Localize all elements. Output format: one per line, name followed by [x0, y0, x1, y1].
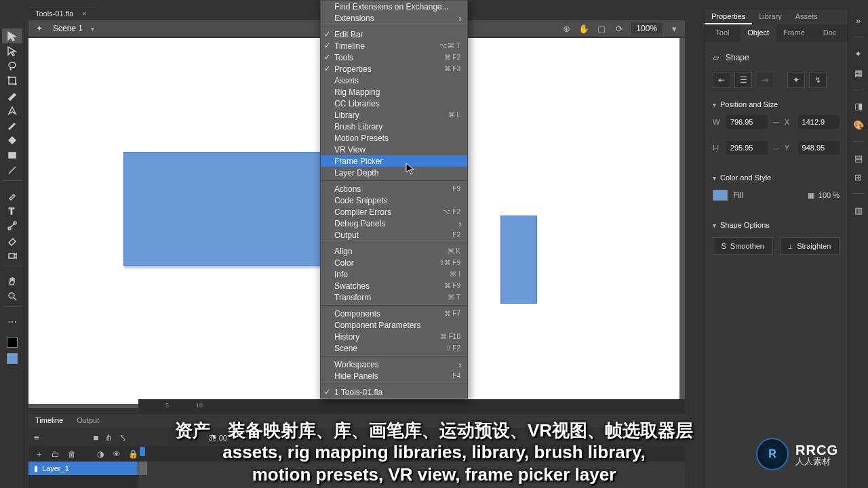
menu-item[interactable]: Library⌘ L [321, 109, 467, 121]
menu-item[interactable]: OutputF2 [321, 229, 467, 241]
rectangle-tool[interactable] [2, 148, 22, 163]
menu-item[interactable]: Workspaces [321, 359, 467, 370]
menu-item[interactable]: Color⇧⌘ F9 [321, 257, 467, 268]
fill-color[interactable] [2, 351, 22, 366]
distribute-icon[interactable]: ✦ [787, 72, 805, 88]
align-right-icon[interactable]: ⇥ [756, 72, 774, 88]
rotate-icon[interactable]: ⟳ [612, 22, 626, 35]
menu-item[interactable]: Swatches⌘ F9 [321, 280, 467, 291]
menu-item[interactable]: Assets [321, 75, 467, 86]
lock-icon[interactable]: 🔒 [127, 449, 138, 459]
pencil-tool[interactable] [2, 118, 22, 133]
tab-output[interactable]: Output [70, 414, 106, 428]
straighten-button[interactable]: ⟂Straighten [780, 237, 840, 255]
menu-item[interactable]: Motion Presets [321, 132, 467, 144]
highlight-icon[interactable]: ◑ [95, 449, 106, 459]
menu-item[interactable]: Component Parameters [321, 319, 467, 331]
tab-properties[interactable]: Properties [705, 9, 752, 24]
menu-item[interactable]: Brush Library [321, 121, 467, 132]
menu-item[interactable]: Code Snippets [321, 195, 467, 206]
smoothen-button[interactable]: SSmoothen [713, 237, 773, 255]
lasso-tool[interactable] [2, 58, 22, 73]
menu-item[interactable]: Edit Bar [321, 28, 467, 40]
menu-item[interactable]: VR View [321, 144, 467, 155]
brush-tool[interactable] [2, 88, 22, 103]
zoom-field[interactable]: 100% [630, 22, 663, 35]
strip-icon[interactable]: ⊞ [852, 170, 865, 184]
link-icon[interactable]: ─ [773, 143, 779, 152]
menu-item[interactable]: Transform⌘ T [321, 291, 467, 303]
stroke-color[interactable] [2, 335, 22, 350]
strip-icon[interactable]: ◨ [852, 99, 865, 113]
camera-tool[interactable] [2, 248, 22, 263]
menu-item[interactable]: Extensions [321, 12, 467, 24]
timeline-menu-icon[interactable]: ≡ [34, 432, 39, 443]
visibility-icon[interactable]: 👁 [111, 449, 122, 459]
subtab-object[interactable]: Object [741, 24, 776, 42]
layer-parent-icon[interactable]: ⋔ [105, 432, 113, 443]
link-icon[interactable]: ─ [773, 117, 779, 127]
menu-item[interactable]: Timeline⌥⌘ T [321, 40, 467, 52]
timeline-ruler[interactable]: 5 10 [138, 399, 685, 414]
delete-layer-icon[interactable]: 🗑 [66, 449, 77, 459]
more-tools-icon[interactable]: ⋯ [2, 314, 22, 329]
section-position-size[interactable]: Position and Size [711, 94, 841, 113]
timeline-track[interactable] [138, 462, 685, 488]
align-center-icon[interactable]: ☰ [734, 72, 752, 88]
menu-item[interactable]: Debug Panels [321, 218, 467, 229]
document-tab[interactable]: Tools-01.fla × [28, 7, 94, 20]
menu-item[interactable]: Rig Mapping [321, 86, 467, 98]
tab-timeline[interactable]: Timeline [28, 414, 70, 428]
chevron-down-icon[interactable]: ▾ [667, 22, 681, 35]
section-color-style[interactable]: Color and Style [711, 167, 841, 186]
hand-tool[interactable] [2, 274, 22, 289]
scene-name[interactable]: Scene 1 [53, 24, 83, 33]
chevron-down-icon[interactable]: ▾ [91, 25, 94, 33]
add-layer-icon[interactable]: ＋ [34, 449, 45, 460]
fps-field[interactable]: 30.00 FPS [208, 432, 239, 442]
opacity-value[interactable]: 100 % [818, 191, 840, 199]
tab-library[interactable]: Library [752, 9, 789, 24]
menu-item[interactable]: Scene⇧ F2 [321, 342, 467, 354]
menu-item[interactable]: ActionsF9 [321, 183, 467, 195]
zoom-tool[interactable] [2, 289, 22, 304]
bone-tool[interactable] [2, 218, 22, 233]
camera-icon[interactable]: ■ [94, 432, 99, 443]
menu-item[interactable]: Compiler Errors⌥ F2 [321, 206, 467, 218]
subselection-tool[interactable] [2, 43, 22, 58]
menu-item[interactable]: Hide PanelsF4 [321, 370, 467, 382]
menu-item[interactable]: Components⌘ F7 [321, 308, 467, 319]
subtab-doc[interactable]: Doc [812, 24, 848, 42]
folder-icon[interactable]: 🗀 [50, 449, 61, 459]
field-height[interactable]: 295.95 [726, 141, 768, 155]
strip-icon[interactable]: ▥ [852, 203, 865, 217]
paint-bucket-tool[interactable] [2, 133, 22, 148]
fill-swatch[interactable] [713, 190, 728, 201]
menu-item[interactable]: Properties⌘ F3 [321, 63, 467, 75]
tab-assets[interactable]: Assets [789, 9, 825, 24]
transform-tool[interactable] [2, 73, 22, 88]
align-more-icon[interactable]: ↯ [809, 72, 827, 88]
scene-home-icon[interactable]: ✦ [34, 23, 45, 34]
field-x[interactable]: 1412.9 [798, 115, 840, 129]
eyedropper-tool[interactable] [2, 188, 22, 203]
menu-item[interactable]: Layer Depth [321, 167, 467, 178]
subtab-tool[interactable]: Tool [705, 24, 741, 42]
line-tool[interactable] [2, 163, 22, 178]
strip-icon[interactable]: 🎨 [852, 118, 865, 131]
menu-item[interactable]: Tools⌘ F2 [321, 52, 467, 63]
strip-icon[interactable]: ✦ [852, 47, 865, 60]
shape-rectangle[interactable] [123, 152, 331, 266]
panel-menu-icon[interactable]: » [852, 14, 865, 27]
menu-item[interactable]: CC Libraries [321, 98, 467, 109]
subtab-frame[interactable]: Frame [776, 24, 812, 42]
section-shape-options[interactable]: Shape Options [711, 214, 841, 233]
hand-icon[interactable]: ✋ [577, 22, 591, 35]
center-stage-icon[interactable]: ⊕ [559, 22, 573, 35]
menu-item[interactable]: Align⌘ K [321, 245, 467, 257]
text-tool[interactable]: T [2, 203, 22, 218]
close-icon[interactable]: × [82, 9, 86, 18]
clip-icon[interactable]: ▢ [595, 22, 608, 35]
menu-item[interactable]: Info⌘ I [321, 268, 467, 280]
shape-rectangle[interactable] [500, 216, 537, 304]
